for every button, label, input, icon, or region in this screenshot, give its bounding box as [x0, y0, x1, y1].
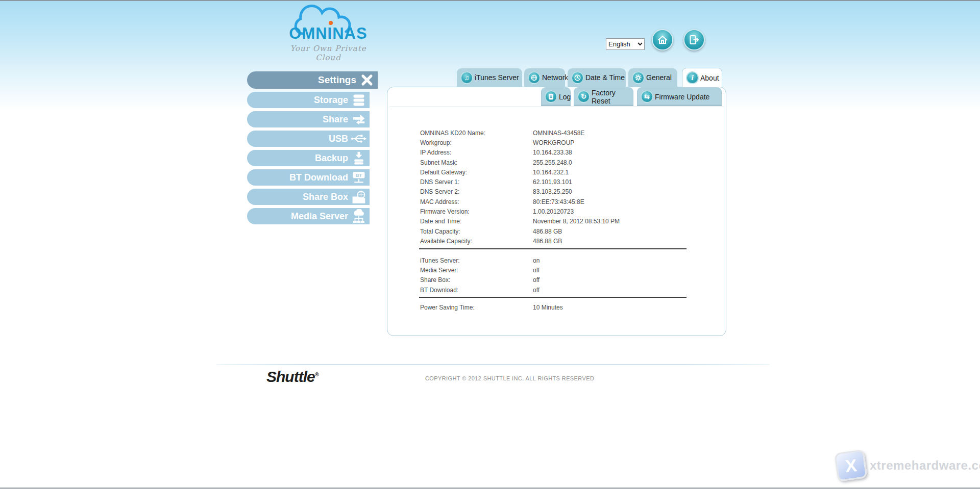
footer-divider-line — [216, 364, 770, 365]
backup-icon — [350, 150, 368, 166]
music-note-icon: ♫ — [460, 71, 473, 84]
update-arrows-icon: ⇆ — [641, 90, 653, 103]
gear-icon — [632, 71, 645, 84]
top-border-line — [0, 0, 980, 1]
info-row: Date and Time:November 8, 2012 08:53:10 … — [420, 217, 706, 226]
service-row: BT Download:off — [420, 285, 706, 295]
info-row: Workgroup:WORKGROUP — [420, 138, 706, 147]
globe-icon — [528, 71, 541, 84]
tab-date-time[interactable]: Date & Time — [568, 68, 626, 87]
sidebar-item-backup[interactable]: Backup — [247, 150, 370, 166]
sidebar-item-media-server[interactable]: Media Server — [247, 208, 370, 224]
service-status-list: iTunes Server:on Media Server:off Share … — [420, 255, 706, 295]
logout-button[interactable] — [683, 29, 705, 50]
device-info-list: OMNINAS KD20 Name:OMNINAS-43458E Workgro… — [420, 128, 706, 246]
tab-itunes-server[interactable]: ♫ iTunes Server — [457, 68, 522, 87]
tools-icon — [358, 72, 376, 88]
subtab-divider-line — [389, 107, 724, 107]
info-row: Default Gateway:10.164.232.1 — [420, 167, 706, 177]
info-row: DNS Server 2:83.103.25.250 — [420, 187, 706, 197]
brand-wordmark: OMNINAS — [280, 24, 377, 43]
tab-general[interactable]: General — [628, 68, 677, 87]
separator-line — [419, 248, 687, 249]
separator-line — [419, 297, 687, 298]
page: { "header": { "brand": "OMNINAS", "tagli… — [0, 0, 980, 489]
about-panel: OMNINAS KD20 Name:OMNINAS-43458E Workgro… — [387, 87, 726, 336]
usb-icon — [350, 131, 368, 146]
omninas-logo: OMNINAS Your Own Private Cloud — [280, 4, 377, 62]
shuttle-logo: Shuttle® — [266, 368, 318, 385]
sidebar-item-usb[interactable]: USB — [247, 131, 370, 147]
info-icon: i — [686, 71, 699, 84]
reset-arrow-icon: ↻ — [577, 90, 590, 103]
info-row: MAC Address:80:EE:73:43:45:8E — [420, 197, 706, 207]
logout-icon — [688, 34, 700, 46]
tab-network[interactable]: Network — [524, 68, 565, 87]
info-row: DNS Server 1:62.101.93.101 — [420, 177, 706, 187]
media-server-icon — [350, 209, 368, 224]
clock-icon — [571, 71, 584, 84]
language-select[interactable]: English — [606, 38, 645, 50]
service-row: Share Box:off — [420, 275, 706, 285]
tab-about[interactable]: i About — [682, 68, 722, 87]
svg-text:BT: BT — [356, 172, 362, 177]
sidebar: Settings Storage Share USB — [247, 71, 378, 227]
home-button[interactable] — [652, 29, 673, 50]
info-row: Available Capacity:486.88 GB — [420, 236, 706, 246]
sidebar-item-share-box[interactable]: Share Box — [247, 189, 370, 205]
subtab-factory-reset[interactable]: ↻ Factory Reset — [574, 87, 633, 106]
info-row: IP Address:10.164.233.38 — [420, 148, 706, 158]
info-row: Firmware Version:1.00.20120723 — [420, 207, 706, 216]
share-box-icon — [350, 189, 368, 204]
sidebar-item-share[interactable]: Share — [247, 111, 370, 127]
info-row: OMNINAS KD20 Name:OMNINAS-43458E — [420, 128, 706, 138]
info-row: Subnet Mask:255.255.248.0 — [420, 158, 706, 167]
subtab-firmware-update[interactable]: ⇆ Firmware Update — [637, 87, 722, 106]
info-row: Total Capacity:486.88 GB — [420, 226, 706, 236]
log-document-icon — [545, 90, 557, 103]
xtremehardware-watermark: X xtremehardware.com — [836, 451, 980, 480]
xtremehardware-x-icon: X — [834, 449, 867, 482]
brand-tagline: Your Own Private Cloud — [280, 44, 377, 62]
service-row: Media Server:off — [420, 265, 706, 275]
subtab-log[interactable]: Log — [541, 87, 571, 106]
service-row: iTunes Server:on — [420, 255, 706, 265]
copyright-text: COPYRIGHT © 2012 SHUTTLE INC. ALL RIGHTS… — [425, 375, 594, 381]
bt-download-icon: BT — [350, 170, 368, 185]
home-icon — [656, 34, 669, 46]
sidebar-item-settings[interactable]: Settings — [247, 71, 378, 89]
watermark-text: xtremehardware.com — [870, 458, 980, 473]
storage-disks-icon — [350, 92, 368, 108]
share-arrows-icon — [350, 112, 368, 127]
power-saving-row: Power Saving Time:10 Minutes — [420, 302, 706, 312]
sidebar-item-bt-download[interactable]: BT Download BT — [247, 169, 370, 186]
sidebar-item-storage[interactable]: Storage — [247, 92, 370, 108]
orange-dot-icon — [329, 21, 333, 25]
